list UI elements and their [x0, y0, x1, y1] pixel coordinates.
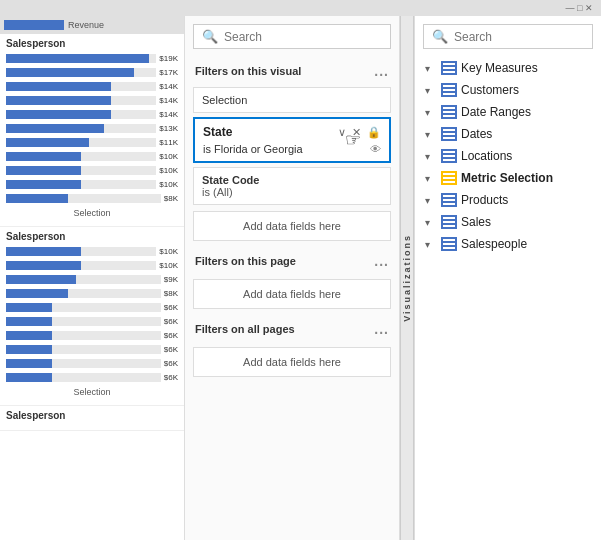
viz-item-key-measures[interactable]: ▾ Key Measures [419, 57, 597, 79]
bar-row: $19K [6, 52, 178, 65]
bar-row: $9K [6, 273, 178, 286]
viz-search-box[interactable]: 🔍 [423, 24, 593, 49]
viz-item-metric-selection[interactable]: ▾ Metric Selection [419, 167, 597, 189]
viz-item-locations[interactable]: ▾ Locations [419, 145, 597, 167]
lock-icon[interactable]: 🔒 [367, 126, 381, 139]
viz-search-icon: 🔍 [432, 29, 448, 44]
bar-fill [6, 373, 52, 382]
customers-icon [441, 83, 457, 97]
bar-fill [6, 247, 81, 256]
filters-on-page-label: Filters on this page [195, 255, 296, 267]
bar-track [6, 124, 156, 133]
bar-track [6, 82, 156, 91]
bar-track [6, 303, 161, 312]
add-data-visual-button[interactable]: Add data fields here [193, 211, 391, 241]
filters-on-visual-label: Filters on this visual [195, 65, 301, 77]
products-label: Products [461, 193, 508, 207]
chevron-key-measures: ▾ [425, 63, 437, 74]
viz-item-date-ranges[interactable]: ▾ Date Ranges [419, 101, 597, 123]
sales-label: Sales [461, 215, 491, 229]
add-data-page-button[interactable]: Add data fields here [193, 279, 391, 309]
bar-fill [6, 152, 81, 161]
chevron-salespeople: ▾ [425, 239, 437, 250]
viz-search-input[interactable] [454, 30, 584, 44]
selection-filter-item[interactable]: Selection [193, 87, 391, 113]
chevron-down-icon[interactable]: ∨ [338, 126, 346, 139]
filter-search-box[interactable]: 🔍 [193, 24, 391, 49]
chart-section-1-footer: Selection [6, 206, 178, 220]
filters-all-pages-menu[interactable]: ... [374, 321, 389, 337]
bar-row: $10K [6, 245, 178, 258]
header-bar-blue [4, 20, 64, 30]
bar-fill [6, 82, 111, 91]
chevron-customers: ▾ [425, 85, 437, 96]
bar-row: $8K [6, 287, 178, 300]
bar-fill [6, 96, 111, 105]
bar-row: $10K [6, 178, 178, 191]
viz-item-dates[interactable]: ▾ Dates [419, 123, 597, 145]
chart-section-2-title: Salesperson [6, 231, 178, 242]
viz-item-salespeople[interactable]: ▾ Salespeople [419, 233, 597, 255]
visualizations-panel: 🔍 ▾ Key Measures ▾ [414, 16, 601, 540]
bar-track [6, 96, 156, 105]
key-measures-icon [441, 61, 457, 75]
filters-on-visual-menu[interactable]: ... [374, 63, 389, 79]
selection-filter-label: Selection [202, 94, 247, 106]
bar-fill [6, 345, 52, 354]
visualizations-tab-side[interactable]: Visualizations [400, 16, 414, 540]
filter-search-input[interactable] [224, 30, 382, 44]
chart-section-2: Salesperson $10K $10K $9K $8K $6K $6K $6… [0, 227, 184, 406]
bar-row: $14K [6, 94, 178, 107]
filters-all-pages-label: Filters on all pages [195, 323, 295, 335]
chart-section-2-footer: Selection [6, 385, 178, 399]
bar-track [6, 247, 156, 256]
bar-track [6, 54, 156, 63]
date-ranges-label: Date Ranges [461, 105, 531, 119]
header-bar-label: Revenue [68, 20, 104, 30]
filters-scroll-area: Filters on this visual ... Selection Sta… [185, 57, 399, 540]
bar-row: $6K [6, 301, 178, 314]
state-filter-card[interactable]: State ∨ ✕ 🔒 is Florida or Georgia ☞ 👁 [193, 117, 391, 163]
bar-fill [6, 124, 104, 133]
bar-fill [6, 68, 134, 77]
customers-label: Customers [461, 83, 519, 97]
state-code-filter[interactable]: State Code is (All) [193, 167, 391, 205]
metric-selection-icon [441, 171, 457, 185]
bar-track [6, 166, 156, 175]
filters-on-page-header: Filters on this page ... [185, 247, 399, 273]
viz-item-products[interactable]: ▾ Products [419, 189, 597, 211]
date-ranges-icon [441, 105, 457, 119]
bar-fill [6, 359, 52, 368]
viz-item-customers[interactable]: ▾ Customers [419, 79, 597, 101]
bar-track [6, 194, 161, 203]
visualizations-tab-label: Visualizations [402, 234, 412, 322]
viz-item-sales[interactable]: ▾ Sales [419, 211, 597, 233]
chevron-dates: ▾ [425, 129, 437, 140]
bar-fill [6, 54, 149, 63]
bar-fill [6, 194, 68, 203]
close-icon[interactable]: ✕ [352, 126, 361, 139]
bar-track [6, 261, 156, 270]
bar-row: $10K [6, 259, 178, 272]
bar-fill [6, 317, 52, 326]
filters-on-page-menu[interactable]: ... [374, 253, 389, 269]
bar-row: $6K [6, 329, 178, 342]
state-filter-card-title: State ∨ ✕ 🔒 [203, 125, 381, 139]
bar-row: $10K [6, 164, 178, 177]
bar-track [6, 331, 161, 340]
sales-icon [441, 215, 457, 229]
chart-section-3: Salesperson [0, 406, 184, 431]
eye-icon[interactable]: 👁 [370, 143, 381, 155]
bar-fill [6, 289, 68, 298]
bar-track [6, 110, 156, 119]
add-data-allpages-button[interactable]: Add data fields here [193, 347, 391, 377]
bar-fill [6, 331, 52, 340]
bar-row: $14K [6, 80, 178, 93]
salespeople-icon [441, 237, 457, 251]
bar-row: $14K [6, 108, 178, 121]
key-measures-label: Key Measures [461, 61, 538, 75]
bar-fill [6, 180, 81, 189]
dates-label: Dates [461, 127, 492, 141]
bar-row: $6K [6, 357, 178, 370]
top-bar-controls: — □ ✕ [566, 3, 593, 13]
